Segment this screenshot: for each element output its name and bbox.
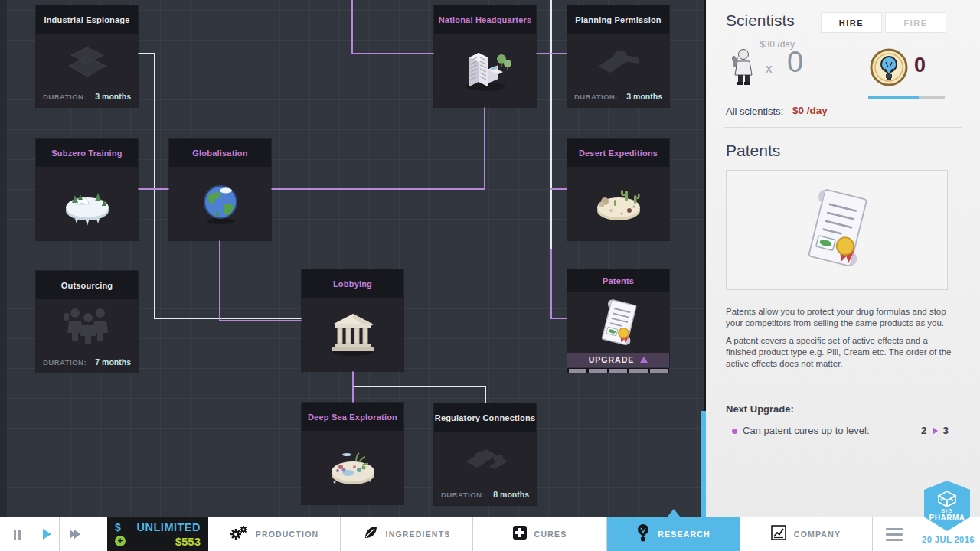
connector-line — [351, 0, 353, 54]
scientist-icon — [730, 48, 755, 90]
research-node-patents[interactable]: Patents — [567, 269, 669, 367]
node-title: Patents — [567, 269, 669, 292]
patents-upgrade-progress — [567, 368, 669, 373]
menu-button[interactable] — [873, 517, 916, 551]
play-icon — [43, 529, 51, 540]
connector-line — [154, 318, 302, 319]
stamps-icon — [434, 432, 536, 484]
level-arrow-icon — [933, 427, 938, 435]
research-node-industrial-espionage[interactable]: Industrial Espionage DURATION: 3 months — [36, 5, 138, 107]
buildings-icon — [434, 34, 536, 107]
duration-label: DURATION: — [441, 491, 485, 499]
research-node-deep-sea-exploration[interactable]: Deep Sea Exploration — [302, 403, 403, 504]
duration-row: DURATION: 3 months — [36, 86, 138, 107]
connector-line — [154, 53, 155, 319]
node-title: Desert Expeditions — [567, 139, 669, 167]
knowledge-progress-bar — [868, 96, 945, 99]
research-side-panel: Scientists HIRE FIRE $30 /day x 0 — [706, 0, 980, 517]
tab-company[interactable]: COMPANY — [740, 517, 873, 551]
tab-cures[interactable]: CURES — [473, 517, 607, 551]
tab-label: INGREDIENTS — [386, 530, 451, 539]
upgrade-button[interactable]: UPGRADE — [567, 353, 669, 367]
connector-line — [550, 318, 567, 319]
connector-line — [219, 240, 220, 321]
duration-value: 8 months — [493, 490, 529, 499]
play-button[interactable] — [34, 517, 60, 551]
upgrade-label: UPGRADE — [589, 355, 635, 364]
duration-label: DURATION: — [43, 93, 87, 101]
connector-line — [550, 0, 552, 249]
research-node-subzero-training[interactable]: Subzero Training — [36, 139, 138, 240]
research-node-regulatory-connections[interactable]: Regulatory Connections DURATION: 8 month… — [434, 403, 536, 505]
fast-forward-button[interactable] — [60, 517, 90, 551]
multiply-symbol: x — [766, 61, 773, 77]
connector-line — [219, 320, 302, 321]
all-scientists-label: All scientists: — [726, 106, 783, 117]
dollar-icon: $ — [115, 521, 121, 533]
money-balance: $553 — [175, 535, 201, 548]
panel-scrollbar[interactable] — [701, 411, 706, 517]
connector-line — [536, 53, 567, 54]
level-to: 3 — [943, 425, 949, 436]
connector-line — [550, 188, 567, 190]
research-node-outsourcing[interactable]: Outsourcing DURATION: 7 months — [36, 271, 138, 373]
node-title: National Headquarters — [434, 5, 536, 34]
tab-label: RESEARCH — [658, 530, 710, 539]
research-node-national-headquarters[interactable]: National Headquarters — [434, 5, 536, 107]
tab-label: CURES — [534, 530, 567, 539]
upgrade-arrow-icon — [640, 357, 648, 363]
connector-line — [352, 371, 354, 403]
next-upgrade-item: Can patent cures up to level: — [743, 425, 870, 436]
active-tab-notch — [667, 509, 681, 517]
money-unlimited: UNLIMITED — [137, 521, 201, 533]
next-upgrade-heading: Next Upgrade: — [726, 403, 794, 415]
fire-button[interactable]: FIRE — [885, 12, 946, 33]
chart-icon — [771, 525, 786, 543]
arctic-island-icon — [36, 167, 138, 240]
stamp-icon — [567, 34, 669, 86]
bar-spacer — [90, 517, 107, 551]
patents-description-1: Patents allow you to protect your drug f… — [726, 306, 959, 329]
tab-production[interactable]: PRODUCTION — [208, 517, 341, 551]
pause-icon — [14, 530, 21, 540]
plus-cross-icon — [513, 526, 527, 543]
research-node-lobbying[interactable]: Lobbying — [302, 269, 403, 371]
temple-icon — [302, 298, 403, 371]
research-node-planning-permission[interactable]: Planning Permission DURATION: 3 months — [567, 5, 669, 107]
section-divider — [724, 127, 962, 128]
globe-icon — [169, 167, 271, 240]
connector-line — [352, 386, 486, 387]
hamburger-icon — [886, 528, 903, 541]
tab-label: COMPANY — [794, 530, 841, 539]
tab-research[interactable]: RESEARCH — [607, 517, 740, 551]
gears-icon — [230, 525, 248, 543]
desert-island-icon — [567, 167, 669, 240]
research-node-desert-expeditions[interactable]: Desert Expeditions — [567, 139, 669, 240]
node-title: Regulatory Connections — [434, 403, 536, 432]
node-title: Industrial Espionage — [36, 5, 138, 34]
hire-button[interactable]: HIRE — [821, 12, 882, 33]
connector-line — [550, 249, 552, 319]
level-from: 2 — [921, 425, 927, 436]
tab-ingredients[interactable]: INGREDIENTS — [341, 517, 473, 551]
node-title: Deep Sea Exploration — [302, 403, 403, 431]
pause-button[interactable] — [0, 517, 34, 551]
node-title: Outsourcing — [36, 271, 138, 299]
duration-row: DURATION: 7 months — [36, 351, 138, 373]
research-tree-canvas[interactable]: Industrial Espionage DURATION: 3 months … — [0, 0, 704, 517]
logo-cube-icon — [937, 491, 957, 507]
node-title: Subzero Training — [36, 139, 138, 167]
node-title: Lobbying — [302, 269, 403, 298]
research-node-globalisation[interactable]: Globalisation — [169, 139, 271, 240]
reef-island-icon — [302, 431, 403, 504]
money-display: $ UNLIMITED + $553 — [107, 517, 208, 551]
upgrade-levels: 2 3 — [921, 425, 949, 436]
knowledge-count: 0 — [914, 54, 926, 77]
connector-line — [351, 53, 434, 54]
scientists-heading: Scientists — [726, 11, 795, 30]
tab-label: PRODUCTION — [256, 530, 319, 539]
duration-label: DURATION: — [574, 93, 618, 101]
duration-row: DURATION: 3 months — [567, 86, 669, 107]
leaf-icon — [363, 525, 378, 543]
bullet-icon — [732, 429, 737, 434]
